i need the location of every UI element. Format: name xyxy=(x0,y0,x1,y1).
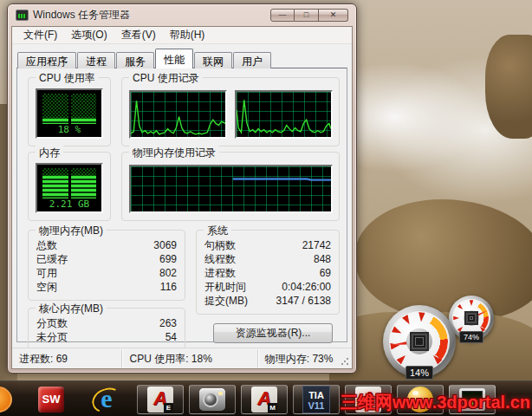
cpu-usage-group-label: CPU 使用率 xyxy=(36,71,99,86)
stat-row-handles: 句柄数21742 xyxy=(197,238,339,252)
memory-history-group: 物理内存使用记录 xyxy=(121,152,340,221)
status-bar: 进程数: 69 CPU 使用率: 18% 物理内存: 73% xyxy=(12,348,352,368)
taskbar-item-autocad-mechanical[interactable]: A M xyxy=(241,385,288,414)
ram-chip-icon xyxy=(466,313,476,322)
watermark-text: 三维网www.3dportal.cn xyxy=(341,391,530,414)
memory-group: 内存 2.21 GB xyxy=(28,152,111,221)
status-memory: 物理内存: 73% xyxy=(258,350,341,367)
cpu-usage-group: CPU 使用率 18 % xyxy=(28,77,111,146)
memory-group-label: 内存 xyxy=(36,146,63,160)
stat-row-paged: 分页数263 xyxy=(29,316,185,330)
cpu-history-graph-core1 xyxy=(129,90,227,139)
internet-explorer-icon: e xyxy=(93,386,120,413)
cpu-history-group: CPU 使用记录 xyxy=(121,77,340,146)
system-group-label: 系统 xyxy=(204,224,231,238)
hidden-app-icon[interactable] xyxy=(0,387,12,413)
cpu-history-graph-core2 xyxy=(235,90,333,139)
taskbar-item-internet-explorer[interactable]: e xyxy=(83,385,130,414)
physical-memory-group-label: 物理内存(MB) xyxy=(36,224,107,238)
tab-services[interactable]: 服务 xyxy=(116,52,154,68)
resize-grip[interactable] xyxy=(340,356,350,367)
cpu-chip-icon xyxy=(412,334,427,349)
performance-tab-page: CPU 使用率 18 % CPU 使用记录 xyxy=(16,68,347,342)
stat-row-threads: 线程数848 xyxy=(197,252,339,266)
window-title: Windows 任务管理器 xyxy=(33,4,130,25)
caption-buttons: — □ ✕ xyxy=(270,9,348,22)
physical-memory-group: 物理内存(MB) 总数3069 已缓存699 可用802 空闲116 xyxy=(28,230,185,301)
cpu-usage-meter: 18 % xyxy=(36,88,103,139)
menu-file[interactable]: 文件(F) xyxy=(18,26,62,44)
tab-applications[interactable]: 应用程序 xyxy=(17,52,76,68)
taskbar-item-solidworks[interactable]: SW xyxy=(28,385,75,414)
cpu-usage-value: 18 % xyxy=(37,124,101,137)
kernel-memory-group: 核心内存(MB) 分页数263 未分页54 xyxy=(28,308,185,351)
status-cpu: CPU 使用率: 18% xyxy=(122,350,257,367)
memory-meter: 2.21 GB xyxy=(36,163,103,213)
stat-row-processes: 进程数69 xyxy=(197,266,339,280)
kernel-memory-group-label: 核心内存(MB) xyxy=(36,302,107,316)
stat-row-available: 可用802 xyxy=(29,266,185,280)
stat-row-total: 总数3069 xyxy=(29,238,185,252)
menu-bar: 文件(F) 选项(O) 查看(V) 帮助(H) xyxy=(12,27,352,44)
memory-value: 2.21 GB xyxy=(37,198,101,211)
close-button[interactable]: ✕ xyxy=(319,9,348,22)
cpu-history-group-label: CPU 使用记录 xyxy=(129,71,203,86)
taskbar: SW e A E A M TIA V11 A 三维 xyxy=(0,380,532,416)
stat-row-cached: 已缓存699 xyxy=(29,252,185,266)
memory-history-graph xyxy=(129,165,333,213)
titlebar[interactable]: Windows 任务管理器 — □ ✕ xyxy=(8,4,356,25)
tia-portal-icon: TIA V11 xyxy=(302,386,330,413)
menu-options[interactable]: 选项(O) xyxy=(66,26,112,44)
minimize-button[interactable]: — xyxy=(270,9,295,22)
stat-row-uptime: 开机时间0:04:26:00 xyxy=(197,280,339,294)
tab-processes[interactable]: 进程 xyxy=(77,52,115,68)
memory-history-group-label: 物理内存使用记录 xyxy=(129,146,219,160)
autocad-e-badge: E xyxy=(164,403,173,413)
taskbar-item-screen-capture[interactable] xyxy=(189,385,236,414)
task-manager-icon xyxy=(16,10,29,21)
solidworks-icon: SW xyxy=(38,387,64,413)
menu-view[interactable]: 查看(V) xyxy=(116,26,161,44)
status-processes: 进程数: 69 xyxy=(12,350,122,367)
task-manager-window: Windows 任务管理器 — □ ✕ 文件(F) 选项(O) 查看(V) 帮助… xyxy=(7,3,357,374)
taskbar-item-tia-portal[interactable]: TIA V11 xyxy=(293,385,340,414)
tab-users[interactable]: 用户 xyxy=(233,52,271,68)
resource-monitor-button[interactable]: 资源监视器(R)... xyxy=(213,323,333,343)
autocad-icon: A M xyxy=(251,387,277,413)
stat-row-nonpaged: 未分页54 xyxy=(29,330,185,344)
wallpaper-rock xyxy=(485,35,532,139)
cpu-gauge-value: 14% xyxy=(405,366,433,380)
maximize-button[interactable]: □ xyxy=(295,9,319,22)
cpu-gauge-gadget[interactable]: 14% xyxy=(383,305,456,378)
stat-row-free: 空闲116 xyxy=(29,280,185,294)
taskbar-item-autocad-electrical[interactable]: A E xyxy=(137,385,184,414)
tab-performance[interactable]: 性能 xyxy=(155,49,193,68)
window-body: 文件(F) 选项(O) 查看(V) 帮助(H) 应用程序 进程 服务 性能 联网… xyxy=(11,26,353,369)
autocad-m-badge: M xyxy=(268,403,277,413)
system-group: 系统 句柄数21742 线程数848 进程数69 开机时间0:04:26:00 … xyxy=(196,230,340,315)
camera-icon xyxy=(199,388,225,411)
menu-help[interactable]: 帮助(H) xyxy=(165,26,211,44)
autocad-icon: A E xyxy=(147,387,173,413)
stat-row-commit: 提交(MB)3147 / 6138 xyxy=(197,294,339,308)
tab-networking[interactable]: 联网 xyxy=(194,52,232,68)
tab-strip: 应用程序 进程 服务 性能 联网 用户 xyxy=(17,50,347,68)
